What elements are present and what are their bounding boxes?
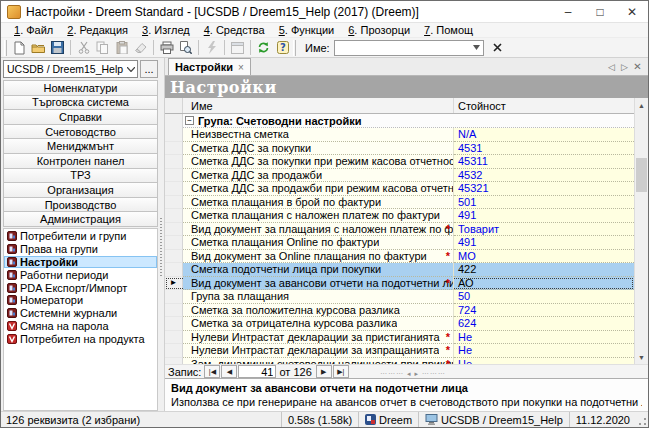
help-button[interactable]: ? [273, 39, 292, 57]
menu-item-2[interactable]: 2. Редакция [60, 24, 135, 36]
setting-value-cell[interactable]: 422 [454, 263, 634, 277]
category-button[interactable]: Контролен панел [3, 153, 158, 169]
scrollbar-thumb[interactable] [636, 158, 647, 192]
sidebar-item[interactable]: Смяна на парола [4, 320, 157, 333]
setting-value-cell[interactable]: 491 [454, 209, 634, 223]
setting-value-cell[interactable]: Не [454, 344, 634, 358]
setting-name-cell[interactable]: Сметка ДДС за продажби [183, 169, 454, 183]
tab-settings[interactable]: Настройки × [168, 58, 251, 75]
row-selector[interactable] [165, 331, 183, 345]
table-row[interactable]: Сметка ДДС за продажби4532 [165, 169, 634, 183]
setting-name-cell[interactable]: Сметка плащания Online по фактури [183, 236, 454, 250]
resize-grip[interactable] [636, 412, 648, 427]
sidebar-item[interactable]: Работни периоди [4, 268, 157, 281]
table-row[interactable]: Сметка за отрицателна курсова разлика624 [165, 317, 634, 331]
window-layout-button[interactable] [228, 39, 247, 57]
setting-value-cell[interactable]: 624 [454, 317, 634, 331]
clear-filter-button[interactable] [488, 39, 508, 57]
setting-value-cell[interactable]: АО [454, 277, 634, 291]
table-row[interactable]: Нулеви Интрастат декларации за пристиган… [165, 331, 634, 345]
group-row[interactable]: − Група: Счетоводни настройки [165, 114, 634, 128]
menu-item-6[interactable]: 6. Прозорци [341, 24, 417, 36]
prev-record-button[interactable]: ◀ [221, 365, 237, 378]
setting-name-cell[interactable]: Сметка ДДС за покупки при режим касова о… [183, 155, 454, 169]
sidebar-item[interactable]: Права на групи [4, 243, 157, 256]
close-button[interactable]: ✕ [616, 1, 648, 22]
next-record-button[interactable]: ▶ [316, 365, 332, 378]
table-row[interactable]: Група за плащания50 [165, 290, 634, 304]
menu-item-7[interactable]: 7. Помощ [417, 24, 480, 36]
row-selector[interactable] [165, 196, 183, 210]
open-folder-button[interactable] [29, 39, 48, 57]
collapse-icon[interactable]: − [185, 116, 194, 125]
row-selector[interactable] [165, 304, 183, 318]
row-selector[interactable] [165, 317, 183, 331]
setting-name-cell[interactable]: Нулеви Интрастат декларации за пристиган… [183, 331, 454, 345]
table-row[interactable]: Сметка ДДС за покупки4531 [165, 142, 634, 156]
column-header-name[interactable]: Име [183, 98, 454, 113]
setting-name-cell[interactable]: Сметка ДДС за продажби при режим касова … [183, 182, 454, 196]
setting-name-cell[interactable]: Сметка ДДС за покупки [183, 142, 454, 156]
sidebar-item[interactable]: Номератори [4, 294, 157, 307]
chevron-down-icon[interactable] [470, 41, 483, 55]
setting-name-cell[interactable]: Нулеви Интрастат декларации за изпращани… [183, 344, 454, 358]
menu-item-4[interactable]: 4. Средства [197, 24, 272, 36]
sidebar-splitter[interactable] [158, 58, 164, 411]
new-document-button[interactable] [10, 39, 29, 57]
category-button[interactable]: Справки [3, 109, 158, 125]
row-selector[interactable] [165, 250, 183, 264]
first-record-button[interactable]: |◀ [204, 365, 220, 378]
category-button[interactable]: Администрация [3, 211, 158, 227]
setting-value-cell[interactable]: Товарит [454, 223, 634, 237]
sidebar-item[interactable]: Системни журнали [4, 307, 157, 320]
refresh-button[interactable] [254, 39, 273, 57]
table-row[interactable]: Нулеви Интрастат декларации за изпращани… [165, 344, 634, 358]
setting-value-cell[interactable]: 4531 [454, 142, 634, 156]
sidebar-item[interactable]: PDA Експорт/Импорт [4, 281, 157, 294]
setting-name-cell[interactable]: Сметка подотчетни лица при покупки [183, 263, 454, 277]
sidebar-item[interactable]: Потребител на продукта [4, 332, 157, 345]
scroll-down-icon[interactable]: ▼ [635, 350, 648, 364]
validate-button[interactable] [202, 39, 221, 57]
setting-name-cell[interactable]: Вид документ за авансови отчети на подот… [183, 277, 454, 291]
menu-item-5[interactable]: 5. Функции [272, 24, 342, 36]
column-header-value[interactable]: Стойност [454, 98, 634, 113]
category-button[interactable]: Търговска система [3, 95, 158, 111]
table-row[interactable]: Сметка плащания в брой по фактури501 [165, 196, 634, 210]
menu-item-1[interactable]: 1. Файл [7, 24, 60, 36]
toolbar-grip[interactable] [4, 40, 7, 56]
table-row[interactable]: Сметка подотчетни лица при покупки422 [165, 263, 634, 277]
row-selector[interactable] [165, 142, 183, 156]
eraser-button[interactable] [131, 39, 150, 57]
table-row[interactable]: ►Вид документ за авансови отчети на подо… [165, 277, 634, 291]
cut-button[interactable] [74, 39, 93, 57]
copy-button[interactable] [93, 39, 112, 57]
tab-strip-close-icon[interactable]: ✕ [631, 61, 644, 72]
table-row[interactable]: Сметка ДДС за продажби при режим касова … [165, 182, 634, 196]
setting-value-cell[interactable]: 724 [454, 304, 634, 318]
setting-value-cell[interactable]: 50 [454, 290, 634, 304]
setting-value-cell[interactable]: Не [454, 331, 634, 345]
toolbar-grip2[interactable] [293, 40, 296, 56]
setting-name-cell[interactable]: Сметка плащания в брой по фактури [183, 196, 454, 210]
setting-value-cell[interactable]: 501 [454, 196, 634, 210]
setting-name-cell[interactable]: Вид документ за плащания с наложен плате… [183, 223, 454, 237]
row-selector[interactable] [165, 155, 183, 169]
table-row[interactable]: Вид документ за плащания с наложен плате… [165, 223, 634, 237]
category-button[interactable]: Мениджмънт [3, 138, 158, 154]
setting-value-cell[interactable]: МО [454, 250, 634, 264]
category-button[interactable]: Счетоводство [3, 124, 158, 140]
table-row[interactable]: Сметка плащания с наложен платеж по факт… [165, 209, 634, 223]
row-selector[interactable]: ► [165, 277, 183, 291]
print-preview-button[interactable] [176, 39, 195, 57]
sidebar-item-selected[interactable]: Настройки [4, 256, 157, 269]
row-selector[interactable] [165, 236, 183, 250]
table-row[interactable]: Сметка плащания Online по фактури491 [165, 236, 634, 250]
row-selector[interactable] [165, 128, 183, 142]
record-number-input[interactable] [238, 365, 276, 378]
category-button[interactable]: Производство [3, 197, 158, 213]
setting-name-cell[interactable]: Сметка за положителна курсова разлика [183, 304, 454, 318]
setting-value-cell[interactable]: N/A [454, 128, 634, 142]
menu-item-3[interactable]: 3. Изглед [135, 24, 197, 36]
vertical-scrollbar[interactable]: ▲ ▼ [634, 98, 648, 364]
